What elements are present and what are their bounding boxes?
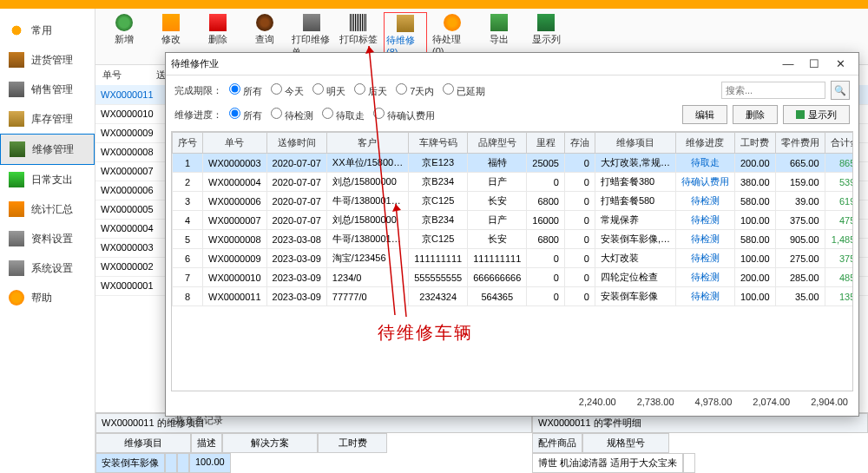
sidebar-item-2[interactable]: 销售管理 — [0, 75, 95, 104]
sidebar-item-label: 维修管理 — [32, 142, 74, 157]
table-row[interactable]: 7WX00000102023-03-091234/055555555566666… — [173, 268, 854, 287]
cart-icon — [9, 82, 24, 97]
sidebar-item-1[interactable]: 进货管理 — [0, 45, 95, 75]
print-icon — [303, 14, 320, 31]
radio-option[interactable]: 7天内 — [396, 86, 434, 96]
column-header[interactable]: 品牌型号 — [468, 133, 527, 154]
sidebar-item-label: 进货管理 — [31, 53, 73, 68]
sum-value: 2,074.00 — [753, 397, 790, 407]
sidebar-item-6[interactable]: 统计汇总 — [0, 194, 95, 224]
table-row[interactable]: 6WX00000092023-03-09淘宝/12345611111111111… — [173, 249, 854, 268]
sidebar-item-label: 销售管理 — [31, 82, 73, 97]
sidebar-item-label: 日常支出 — [31, 173, 73, 187]
toolbar-0[interactable]: 新增 — [102, 12, 146, 61]
add-icon — [115, 14, 133, 31]
table-row[interactable]: 8WX00000112023-03-0977777/02324324564365… — [173, 287, 854, 306]
search-input[interactable] — [721, 82, 825, 99]
table-row[interactable]: 4WX00000072020-07-07刘总/15800000京B234日产16… — [173, 211, 854, 230]
sidebar-item-8[interactable]: 系统设置 — [0, 253, 95, 283]
column-header[interactable]: 存油 — [564, 133, 595, 154]
sidebar-item-label: 库存管理 — [31, 112, 73, 127]
deadline-label: 完成期限： — [174, 84, 222, 97]
sidebar-item-label: 统计汇总 — [31, 202, 73, 217]
sidebar-item-3[interactable]: 库存管理 — [0, 104, 95, 134]
find-icon — [256, 14, 273, 31]
sidebar-item-9[interactable]: 帮助 — [0, 283, 95, 312]
radio-option[interactable]: 已延期 — [443, 86, 485, 96]
db-icon — [9, 111, 24, 127]
maximize-button[interactable]: ☐ — [801, 57, 827, 70]
help-icon — [9, 290, 24, 305]
filter-label-1: 单号 — [102, 69, 122, 82]
minimize-button[interactable]: — — [775, 57, 801, 70]
cols-icon — [796, 110, 805, 119]
column-header[interactable]: 车牌号码 — [409, 133, 468, 154]
table-row[interactable]: 3WX00000062020-07-07牛哥/1380001…京C125长安68… — [173, 192, 854, 211]
wrench-icon — [10, 141, 25, 157]
sum-value: 2,904.00 — [811, 397, 848, 407]
table-row[interactable]: 安装倒车影像 100.00 — [95, 453, 532, 473]
grid-sums: 2,240.002,738.004,978.002,074.002,904.00 — [166, 393, 858, 411]
box-icon — [9, 52, 24, 68]
pending-grid[interactable]: 序号单号送修时间客户车牌号码品牌型号里程存油维修项目维修进度工时费零件费用合计金… — [172, 132, 853, 306]
toolbar-label: 删除 — [208, 33, 227, 46]
sidebar: 常用进货管理销售管理库存管理维修管理日常支出统计汇总资料设置系统设置帮助 — [0, 9, 95, 473]
radio-option[interactable]: 所有 — [229, 110, 262, 121]
barcode-icon — [350, 14, 367, 31]
column-header[interactable]: 单号 — [203, 133, 267, 154]
close-button[interactable]: ✕ — [827, 57, 853, 70]
delete-button[interactable]: 删除 — [733, 105, 778, 124]
del-icon — [209, 14, 227, 31]
radio-option[interactable]: 后天 — [354, 86, 387, 96]
toolbar-label: 打印标签 — [339, 33, 378, 46]
column-header[interactable]: 工时费 — [734, 133, 775, 154]
edit-icon — [162, 14, 180, 31]
radio-option[interactable]: 待取走 — [322, 110, 365, 121]
sidebar-item-7[interactable]: 资料设置 — [0, 224, 95, 253]
dialog-title: 待维修作业 — [171, 57, 775, 70]
column-header[interactable]: 序号 — [173, 133, 203, 154]
column-header[interactable]: 维修项目 — [595, 133, 675, 154]
sidebar-item-5[interactable]: 日常支出 — [0, 165, 95, 194]
wait-icon — [397, 15, 414, 32]
pending-repair-dialog: 待维修作业 — ☐ ✕ 完成期限： 所有 今天 明天 后天 7天内 已延期 🔍 … — [165, 52, 859, 417]
edit-button[interactable]: 编辑 — [682, 105, 727, 124]
star-icon — [9, 23, 24, 38]
show-columns-button[interactable]: 显示列 — [783, 105, 850, 124]
column-header[interactable]: 客户 — [326, 133, 408, 154]
toolbar-label: 显示列 — [532, 33, 561, 46]
column-header[interactable]: 里程 — [527, 133, 565, 154]
sidebar-item-label: 资料设置 — [31, 232, 73, 246]
records-count-dialog: 共 8 条记录 — [166, 411, 858, 430]
export-icon — [490, 14, 508, 31]
column-header[interactable]: 合计金额 — [825, 133, 853, 154]
column-header[interactable]: 送修时间 — [266, 133, 326, 154]
sum-value: 4,978.00 — [695, 397, 733, 407]
radio-option[interactable]: 待检测 — [271, 110, 313, 121]
chart-icon — [9, 201, 24, 217]
radio-option[interactable]: 所有 — [229, 86, 262, 96]
search-icon-button[interactable]: 🔍 — [831, 81, 850, 100]
radio-option[interactable]: 今天 — [271, 86, 304, 96]
table-row[interactable]: 5WX00000082023-03-08牛哥/1380001…京C125长安68… — [173, 230, 854, 249]
toolbar-label: 查询 — [255, 33, 274, 46]
radio-option[interactable]: 明天 — [312, 86, 345, 96]
pending-icon — [444, 14, 461, 31]
toolbar-label: 修改 — [161, 33, 181, 46]
sidebar-item-4[interactable]: 维修管理 — [0, 134, 95, 165]
money-icon — [9, 172, 24, 187]
sidebar-item-label: 常用 — [31, 23, 52, 38]
table-row[interactable]: 1WX00000032020-07-07XX单位/15800…京E123福特25… — [173, 154, 854, 173]
radio-option[interactable]: 待确认费用 — [373, 110, 435, 121]
progress-label: 维修进度： — [174, 108, 222, 122]
table-row[interactable]: 2WX00000042020-07-07刘总/15800000京B234日产00… — [173, 173, 854, 192]
sidebar-item-label: 帮助 — [31, 291, 52, 305]
doc-icon — [9, 231, 24, 246]
sidebar-item-label: 系统设置 — [31, 261, 73, 276]
sum-value: 2,738.00 — [637, 397, 674, 407]
sum-value: 2,240.00 — [579, 397, 616, 407]
column-header[interactable]: 零件费用 — [775, 133, 825, 154]
sidebar-item-0[interactable]: 常用 — [0, 16, 95, 45]
column-header[interactable]: 维修进度 — [675, 133, 734, 154]
table-row[interactable]: 博世 机油滤清器 适用于大众宝来 — [532, 453, 868, 473]
